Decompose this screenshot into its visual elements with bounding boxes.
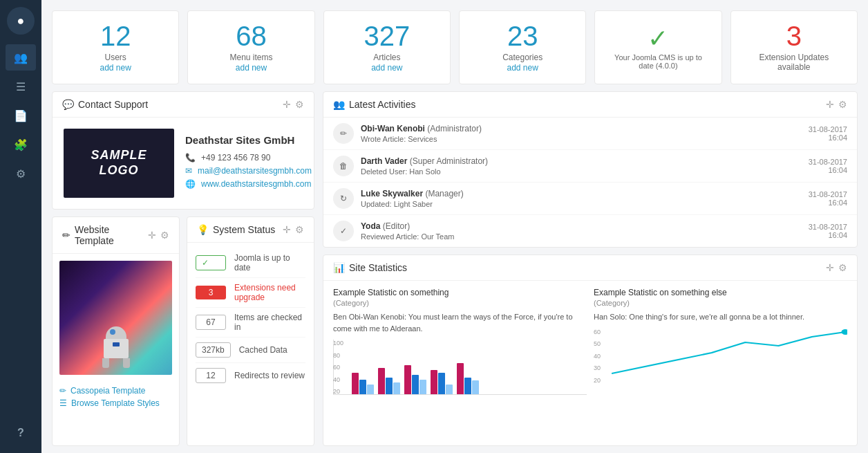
- users-count: 12: [66, 22, 164, 50]
- status-text-2: Items are checked in: [234, 313, 305, 332]
- bar-4-1: [464, 378, 471, 395]
- status-badge-3: 327kb: [196, 342, 231, 358]
- sidebar-item-extensions[interactable]: 🧩: [6, 131, 36, 158]
- status-badge-0: ✓: [196, 255, 226, 270]
- stat-card-joomla: ✓ Your Joomla CMS is up to date (4.0.0): [594, 10, 721, 84]
- activity-icon-2: ↻: [333, 188, 354, 209]
- gear-icon-activities[interactable]: ⚙: [838, 99, 847, 110]
- robot-illustration: [99, 326, 133, 368]
- activities-icon: 👥: [333, 99, 345, 110]
- status-row-3: 327kbCached Data: [196, 338, 305, 363]
- menu-label: Menu items: [202, 53, 300, 62]
- gear-icon-stats[interactable]: ⚙: [838, 262, 847, 273]
- website-link[interactable]: www.deathstarsitesgmbh.com: [201, 179, 311, 189]
- contact-support-header: 💬 Contact Support ✛ ⚙: [53, 92, 314, 118]
- users-icon: 👥: [14, 51, 28, 64]
- pencil-icon-link: ✏: [59, 386, 66, 396]
- status-text-3: Cached Data: [239, 345, 287, 355]
- browse-template-link[interactable]: ☰ Browse Template Styles: [59, 397, 172, 409]
- gear-icon-template[interactable]: ⚙: [160, 230, 169, 241]
- activity-desc-2: Updated: Light Saber: [361, 200, 802, 208]
- stat-right-category: (Category): [594, 299, 847, 307]
- move-icon-system[interactable]: ✛: [283, 224, 291, 235]
- activity-name-2: Luke Skywalker (Manager): [361, 189, 802, 198]
- website-template-header: ✏ Website Template ✛ ⚙: [53, 217, 179, 254]
- move-icon-template[interactable]: ✛: [148, 230, 156, 241]
- site-statistics-header: 📊 Site Statistics ✛ ⚙: [323, 255, 857, 281]
- move-icon-activities[interactable]: ✛: [826, 99, 834, 110]
- stat-card-categories: 23 Categories add new: [459, 10, 586, 84]
- company-logo-text: SAMPLE LOGO: [91, 148, 147, 178]
- sidebar-item-users[interactable]: 👥: [6, 44, 36, 71]
- question-icon: ?: [17, 427, 24, 439]
- bar-2-1: [412, 375, 419, 394]
- system-status-actions: ✛ ⚙: [283, 224, 304, 235]
- activity-name-3: Yoda (Editor): [361, 221, 802, 231]
- users-label: Users: [66, 53, 164, 62]
- template-icon: ✏: [62, 230, 70, 241]
- svg-point-0: [841, 329, 847, 335]
- line-chart-y-axis: 60 50 40 30 20: [594, 329, 601, 384]
- stat-card-menu: 68 Menu items add new: [187, 10, 314, 84]
- menu-add-link[interactable]: add new: [236, 63, 267, 73]
- bar-3-2: [446, 385, 453, 394]
- email-row: ✉ mail@deathstarsitesgmbh.com: [185, 166, 312, 176]
- activity-icon-3: ✓: [333, 221, 354, 241]
- stat-section-left: Example Statistic on something (Category…: [333, 288, 587, 402]
- articles-label: Articles: [338, 53, 436, 62]
- line-chart-svg: [594, 329, 847, 384]
- template-actions: ✛ ⚙: [148, 230, 169, 241]
- right-column: 👥 Latest Activities ✛ ⚙ ✏Obi-Wan Kenobi …: [323, 91, 858, 446]
- website-template-panel: ✏ Website Template ✛ ⚙: [52, 216, 180, 446]
- robot-legs: [102, 358, 130, 368]
- stat-section-right: Example Statistic on something else (Cat…: [594, 288, 847, 402]
- categories-add-link[interactable]: add new: [507, 63, 538, 73]
- globe-icon: 🌐: [185, 179, 196, 189]
- move-icon-stats[interactable]: ✛: [826, 262, 834, 273]
- stat-right-quote: Han Solo: One thing's for sure, we're al…: [594, 311, 847, 323]
- robot-leg-right: [123, 358, 130, 368]
- status-badge-2: 67: [196, 315, 226, 330]
- users-add-link[interactable]: add new: [100, 63, 131, 73]
- bar-0-1: [359, 380, 366, 394]
- robot-head: [106, 326, 126, 339]
- activity-info-1: Darth Vader (Super Administrator)Deleted…: [361, 156, 802, 176]
- activity-row-0: ✏Obi-Wan Kenobi (Administrator)Wrote Art…: [323, 118, 857, 150]
- sidebar-item-settings[interactable]: ⚙: [6, 160, 36, 187]
- bottom-left-panels: ✏ Website Template ✛ ⚙: [52, 216, 314, 446]
- sidebar-item-menu[interactable]: ☰: [6, 73, 36, 100]
- gear-icon-system[interactable]: ⚙: [295, 224, 304, 235]
- cassopeia-template-link[interactable]: ✏ Cassopeia Template: [59, 385, 172, 397]
- gear-icon[interactable]: ⚙: [295, 99, 304, 110]
- stats-content: Example Statistic on something (Category…: [323, 281, 857, 409]
- status-badge-1: 3: [196, 286, 226, 299]
- activities-actions: ✛ ⚙: [826, 99, 847, 110]
- categories-label: Categories: [473, 53, 572, 62]
- chat-icon: 💬: [62, 99, 74, 110]
- activity-info-0: Obi-Wan Kenobi (Administrator)Wrote Arti…: [361, 124, 802, 143]
- robot-leg-left: [102, 358, 109, 368]
- sidebar-item-articles[interactable]: 📄: [6, 102, 36, 129]
- sidebar-logo[interactable]: [7, 7, 35, 35]
- categories-count: 23: [473, 22, 572, 50]
- status-badge-4: 12: [196, 368, 226, 383]
- activity-row-3: ✓Yoda (Editor)Reviewed Article: Our Team…: [323, 215, 857, 247]
- sliders-icon: ⚙: [16, 167, 26, 181]
- email-icon: ✉: [185, 166, 192, 176]
- contact-support-title: 💬 Contact Support: [62, 99, 148, 110]
- stat-left-category: (Category): [333, 299, 587, 307]
- activity-info-3: Yoda (Editor)Reviewed Article: Our Team: [361, 221, 802, 241]
- move-icon[interactable]: ✛: [283, 99, 291, 110]
- stats-row: 12 Users add new 68 Menu items add new 3…: [41, 0, 868, 91]
- activity-name-1: Darth Vader (Super Administrator): [361, 156, 802, 166]
- sidebar-item-help[interactable]: ?: [6, 420, 36, 446]
- system-status-header: 💡 System Status ✛ ⚙: [187, 217, 314, 243]
- articles-add-link[interactable]: add new: [371, 63, 402, 73]
- status-body: ✓Joomla is up to date3Extensions need up…: [187, 243, 314, 394]
- website-template-title: ✏ Website Template: [62, 224, 148, 246]
- site-statistics-panel: 📊 Site Statistics ✛ ⚙ Example Statistic …: [323, 255, 858, 446]
- joomla-check-icon: ✓: [648, 25, 668, 53]
- email-link[interactable]: mail@deathstarsitesgmbh.com: [198, 166, 312, 176]
- system-status-title: 💡 System Status: [197, 224, 275, 235]
- template-links: ✏ Cassopeia Template ☰ Browse Template S…: [59, 382, 172, 412]
